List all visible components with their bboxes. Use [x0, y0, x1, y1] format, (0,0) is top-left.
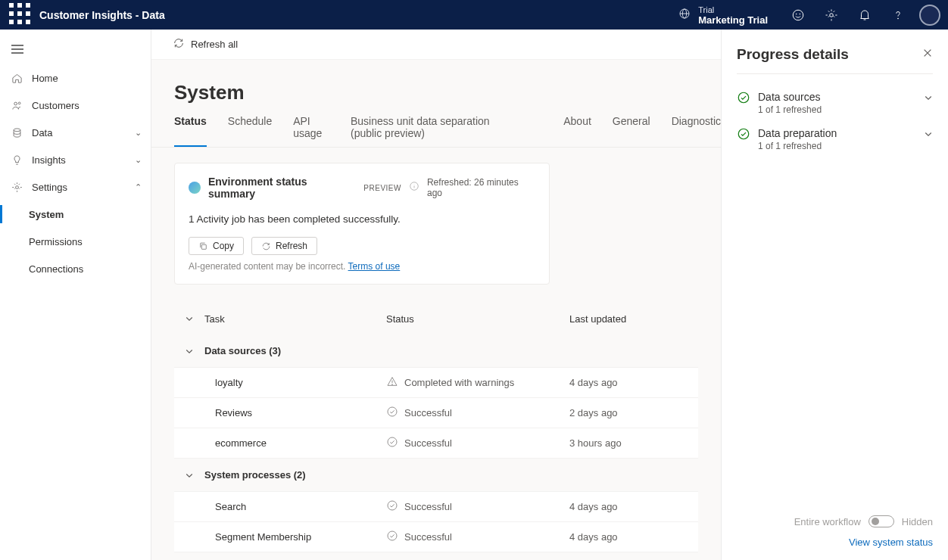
panel-title: Progress details	[737, 46, 922, 63]
col-status[interactable]: Status	[386, 313, 569, 325]
svg-rect-4	[17, 11, 22, 16]
nav-data[interactable]: Data ⌄	[0, 119, 151, 146]
close-icon[interactable]	[922, 48, 933, 61]
preview-badge: PREVIEW	[363, 184, 401, 192]
nav-insights[interactable]: Insights ⌄	[0, 146, 151, 173]
tab-api-usage[interactable]: API usage	[293, 115, 329, 147]
svg-point-24	[388, 437, 397, 446]
copy-button[interactable]: Copy	[189, 237, 244, 255]
svg-rect-21	[201, 244, 206, 249]
chevron-down-icon	[924, 91, 933, 104]
terms-of-use-link[interactable]: Terms of use	[348, 261, 401, 272]
nav-customers[interactable]: Customers	[0, 92, 151, 119]
top-bar: Customer Insights - Data Trial Marketing…	[0, 0, 948, 30]
svg-point-15	[898, 18, 899, 19]
refresh-button-label: Refresh	[276, 241, 307, 251]
svg-point-26	[388, 531, 397, 540]
page-title: System	[151, 60, 721, 115]
chevron-down-icon[interactable]	[174, 471, 204, 480]
nav-settings-permissions-label: Permissions	[29, 236, 142, 247]
customers-icon	[11, 100, 23, 111]
gear-icon[interactable]	[816, 0, 847, 30]
environment-icon	[678, 8, 691, 23]
smile-icon[interactable]	[783, 0, 813, 30]
col-updated[interactable]: Last updated	[569, 313, 698, 325]
progress-item-sub: 1 of 1 refreshed	[758, 104, 916, 115]
data-icon	[11, 127, 23, 138]
progress-item[interactable]: Data preparation1 of 1 refreshed	[722, 121, 948, 157]
chevron-down-icon[interactable]	[174, 347, 204, 356]
tab-status[interactable]: Status	[174, 115, 207, 147]
status-cell: Successful	[404, 531, 452, 543]
warning-icon	[386, 375, 398, 390]
nav-settings-system[interactable]: System	[0, 201, 151, 228]
svg-point-19	[15, 185, 18, 188]
insights-icon	[11, 154, 23, 166]
command-bar: Refresh all	[151, 30, 721, 60]
table-group-data-sources[interactable]: Data sources (3)	[174, 334, 698, 368]
left-nav: Home Customers Data ⌄ Insights ⌄ Setting…	[0, 30, 151, 560]
table-row[interactable]: SearchSuccessful4 days ago	[174, 492, 698, 522]
tab-about[interactable]: About	[563, 115, 591, 147]
nav-settings-connections[interactable]: Connections	[0, 255, 151, 282]
tabs: Status Schedule API usage Business unit …	[151, 115, 721, 148]
info-icon[interactable]	[409, 181, 419, 194]
refresh-all-button[interactable]: Refresh all	[191, 39, 238, 50]
svg-rect-1	[17, 3, 22, 8]
nav-home[interactable]: Home	[0, 64, 151, 92]
refresh-icon	[173, 37, 185, 51]
tab-spacer	[532, 115, 542, 147]
svg-rect-7	[17, 20, 22, 24]
view-system-status-link[interactable]: View system status	[737, 537, 933, 548]
copilot-icon	[189, 182, 201, 194]
svg-rect-0	[9, 3, 14, 8]
table-row[interactable]: loyaltyCompleted with warnings4 days ago	[174, 368, 698, 398]
svg-rect-5	[26, 11, 30, 16]
nav-settings-label: Settings	[32, 182, 126, 193]
task-cell: Search	[204, 501, 386, 512]
updated-cell: 4 days ago	[569, 501, 698, 512]
table-row[interactable]: Segment MembershipSuccessful4 days ago	[174, 522, 698, 552]
workflow-toggle[interactable]	[868, 515, 894, 527]
task-cell: loyalty	[204, 377, 386, 388]
progress-item[interactable]: Data sources1 of 1 refreshed	[722, 85, 948, 121]
nav-collapse-button[interactable]	[0, 34, 151, 64]
status-cell: Successful	[404, 437, 452, 449]
refresh-button[interactable]: Refresh	[251, 237, 317, 255]
success-icon	[737, 91, 750, 107]
table-row[interactable]: ecommerceSuccessful3 hours ago	[174, 428, 698, 459]
tab-schedule[interactable]: Schedule	[228, 115, 272, 147]
svg-point-11	[793, 10, 803, 20]
tab-diagnostic[interactable]: Diagnostic	[672, 115, 721, 147]
tab-general[interactable]: General	[613, 115, 650, 147]
toggle-label: Entire workflow	[794, 516, 861, 527]
app-launcher-icon[interactable]	[8, 2, 32, 28]
chevron-down-icon	[924, 127, 933, 141]
status-table: Task Status Last updated Data sources (3…	[174, 303, 698, 560]
chevron-down-icon[interactable]	[174, 314, 204, 323]
nav-settings-permissions[interactable]: Permissions	[0, 228, 151, 255]
bell-icon[interactable]	[850, 0, 880, 30]
table-group-data-preparation[interactable]: Data preparation (9)	[174, 552, 698, 560]
table-group-system-processes[interactable]: System processes (2)	[174, 459, 698, 492]
table-row[interactable]: ReviewsSuccessful2 days ago	[174, 398, 698, 428]
copy-button-label: Copy	[213, 241, 234, 251]
nav-settings[interactable]: Settings ⌃	[0, 173, 151, 201]
toggle-state: Hidden	[902, 516, 933, 527]
group-label: Data sources (3)	[204, 345, 281, 356]
avatar[interactable]	[919, 5, 940, 26]
summary-refreshed: Refreshed: 26 minutes ago	[427, 177, 535, 198]
table-header: Task Status Last updated	[174, 303, 698, 334]
main-content: Refresh all System Status Schedule API u…	[151, 30, 721, 560]
summary-title: Environment status summary	[208, 176, 356, 200]
environment-selector[interactable]: Trial Marketing Trial	[678, 5, 768, 25]
tab-bu-separation[interactable]: Business unit data separation (public pr…	[351, 115, 510, 147]
svg-rect-3	[9, 11, 14, 16]
col-task[interactable]: Task	[204, 313, 386, 325]
chevron-down-icon: ⌄	[135, 155, 142, 165]
progress-item-title: Data preparation	[758, 127, 916, 139]
help-icon[interactable]	[883, 0, 913, 30]
nav-settings-connections-label: Connections	[29, 263, 142, 275]
updated-cell: 2 days ago	[569, 407, 698, 418]
svg-point-14	[830, 13, 834, 17]
